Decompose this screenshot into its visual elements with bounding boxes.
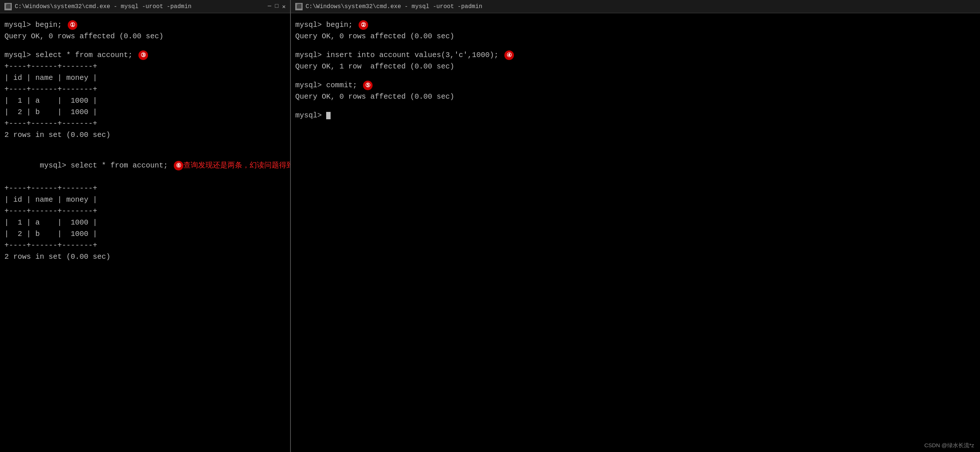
minimize-button-left[interactable]: ─ xyxy=(268,3,271,10)
left-line-1: mysql> begin; ① xyxy=(5,19,286,30)
left-table-2-row-2: | 2 | b | 1000 | xyxy=(5,228,286,240)
watermark: CSDN @绿水长流*z xyxy=(924,442,974,449)
left-line-3: mysql> select * from account; ③ xyxy=(5,49,286,61)
right-line-cursor: mysql> xyxy=(295,110,975,121)
right-line-6: Query OK, 0 rows affected (0.00 sec) xyxy=(295,91,975,102)
annotation-circle-4: ④ xyxy=(504,51,514,60)
right-terminal-body: mysql> begin; ② Query OK, 0 rows affecte… xyxy=(291,13,980,452)
right-empty-3 xyxy=(295,102,975,110)
left-line-rowcount-2: 2 rows in set (0.00 sec) xyxy=(5,251,286,263)
right-terminal: ⬛ C:\Windows\system32\cmd.exe - mysql -u… xyxy=(291,0,980,452)
left-table-1-border-bot: +----+------+-------+ xyxy=(5,118,286,129)
left-terminal-body: mysql> begin; ① Query OK, 0 rows affecte… xyxy=(0,13,290,452)
left-line-2: Query OK, 0 rows affected (0.00 sec) xyxy=(5,30,286,42)
right-line-4: Query OK, 1 row affected (0.00 sec) xyxy=(295,61,975,72)
left-table-2-border-top: +----+------+-------+ xyxy=(5,183,286,194)
annotation-circle-1: ① xyxy=(68,20,77,30)
left-empty-1 xyxy=(5,42,286,49)
terminal-cursor xyxy=(326,112,331,119)
annotation-circle-6: ⑥ xyxy=(174,161,183,170)
left-table-2-header: | id | name | money | xyxy=(5,194,286,205)
close-button-left[interactable]: ✕ xyxy=(282,3,286,10)
left-line-6: mysql> select * from account; ⑥查询发现还是两条，… xyxy=(5,148,286,183)
left-terminal: ⬛ C:\Windows\system32\cmd.exe - mysql -u… xyxy=(0,0,291,452)
cmd-icon-left: ⬛ xyxy=(5,3,12,10)
annotation-circle-5: ⑤ xyxy=(363,81,372,90)
annotation-circle-2: ② xyxy=(359,20,368,30)
left-table-2-border-bot: +----+------+-------+ xyxy=(5,240,286,251)
right-title-text: C:\Windows\system32\cmd.exe - mysql -uro… xyxy=(305,3,482,10)
left-table-1-border-mid: +----+------+-------+ xyxy=(5,84,286,95)
cmd-icon-right: ⬛ xyxy=(295,3,302,10)
left-table-2-border-mid: +----+------+-------+ xyxy=(5,205,286,217)
right-line-3: mysql> insert into account values(3,'c',… xyxy=(295,49,975,61)
annotation-text-6: 查询发现还是两条，幻读问题得到解决 xyxy=(183,161,290,169)
left-title-text: C:\Windows\system32\cmd.exe - mysql -uro… xyxy=(15,3,191,10)
left-line-rowcount-1: 2 rows in set (0.00 sec) xyxy=(5,129,286,141)
right-line-1: mysql> begin; ② xyxy=(295,19,975,30)
right-empty-2 xyxy=(295,72,975,80)
restore-button-left[interactable]: □ xyxy=(275,3,279,10)
left-table-1-header: | id | name | money | xyxy=(5,72,286,84)
left-prompt-1: mysql> begin; xyxy=(5,21,66,29)
right-title-bar: ⬛ C:\Windows\system32\cmd.exe - mysql -u… xyxy=(291,0,980,13)
left-empty-2 xyxy=(5,141,286,148)
right-empty-1 xyxy=(295,42,975,49)
right-line-2: Query OK, 0 rows affected (0.00 sec) xyxy=(295,30,975,42)
windows-container: ⬛ C:\Windows\system32\cmd.exe - mysql -u… xyxy=(0,0,980,452)
left-window-controls[interactable]: ─ □ ✕ xyxy=(268,3,286,10)
right-title-left: ⬛ C:\Windows\system32\cmd.exe - mysql -u… xyxy=(295,3,482,10)
left-title-bar: ⬛ C:\Windows\system32\cmd.exe - mysql -u… xyxy=(0,0,290,13)
left-table-2-row-1: | 1 | a | 1000 | xyxy=(5,217,286,228)
left-table-1-border-top: +----+------+-------+ xyxy=(5,61,286,72)
left-title-left: ⬛ C:\Windows\system32\cmd.exe - mysql -u… xyxy=(5,3,191,10)
annotation-circle-3: ③ xyxy=(138,51,148,60)
left-table-1-row-1: | 1 | a | 1000 | xyxy=(5,95,286,107)
left-table-1-row-2: | 2 | b | 1000 | xyxy=(5,107,286,118)
right-line-5: mysql> commit; ⑤ xyxy=(295,80,975,91)
